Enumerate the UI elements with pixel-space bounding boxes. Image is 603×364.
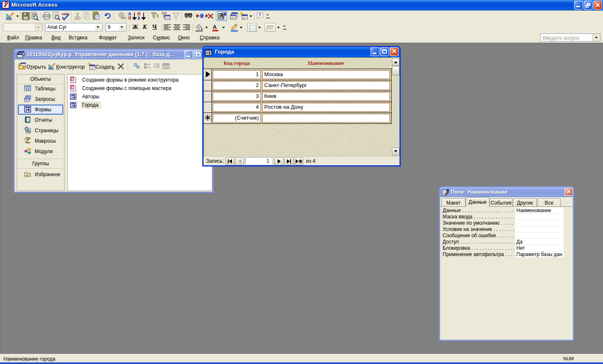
svg-text:D: D	[137, 66, 139, 68]
svg-text:Я: Я	[128, 16, 131, 21]
svg-text:D: D	[135, 64, 137, 66]
svg-text:?: ?	[258, 13, 261, 18]
svg-text:А: А	[137, 16, 140, 21]
